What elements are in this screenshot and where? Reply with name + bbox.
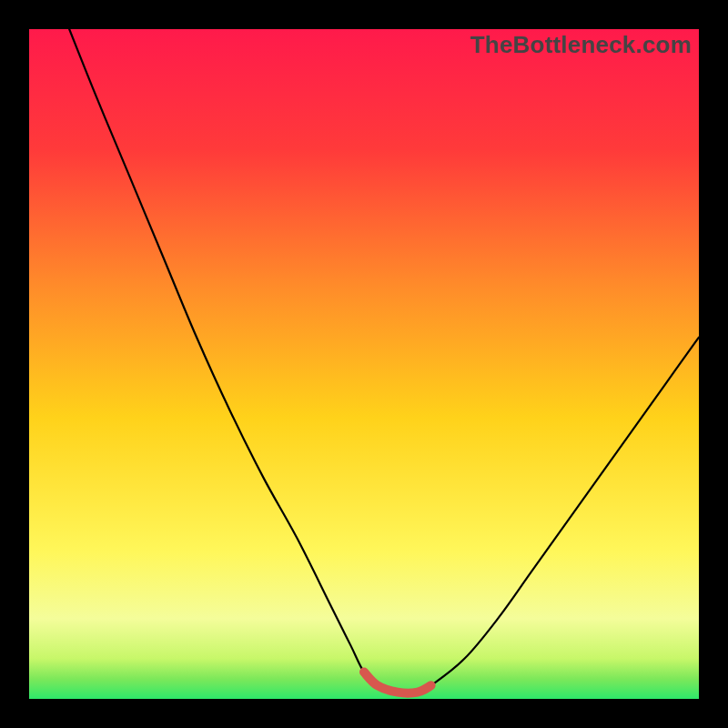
chart-stage: TheBottleneck.com (0, 0, 728, 728)
optimal-range-marker (364, 672, 431, 693)
curve-layer (29, 29, 699, 699)
plot-area: TheBottleneck.com (29, 29, 699, 699)
bottleneck-curve (69, 29, 699, 693)
